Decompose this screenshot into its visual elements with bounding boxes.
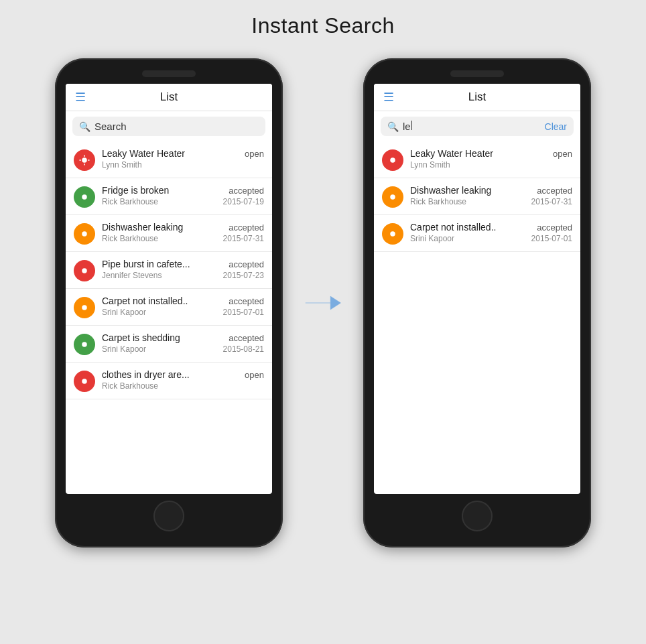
phone-home-area-right bbox=[374, 494, 580, 535]
svg-point-8 bbox=[390, 194, 395, 200]
home-button-left[interactable] bbox=[153, 501, 184, 531]
item-status: open bbox=[245, 149, 264, 159]
list-item[interactable]: Leaky Water Heater open Lynn Smith bbox=[66, 141, 272, 178]
screen-title-left: List bbox=[160, 90, 178, 104]
list-item[interactable]: Pipe burst in cafete... accepted Jennife… bbox=[66, 252, 272, 289]
list-item[interactable]: Dishwasher leaking accepted Rick Barkhou… bbox=[66, 215, 272, 252]
screen-header-right: ☰ List bbox=[374, 84, 580, 111]
item-content: Dishwasher leaking accepted Rick Barkhou… bbox=[102, 222, 264, 243]
item-person: Rick Barkhouse bbox=[410, 197, 466, 206]
list-item[interactable]: Fridge is broken accepted Rick Barkhouse… bbox=[66, 178, 272, 215]
item-date: 2015-08-21 bbox=[223, 344, 264, 354]
svg-point-2 bbox=[82, 231, 87, 237]
search-icon-right: 🔍 bbox=[387, 121, 399, 132]
item-person: Lynn Smith bbox=[102, 160, 142, 170]
item-date: 2015-07-01 bbox=[223, 308, 264, 317]
menu-icon-left[interactable]: ☰ bbox=[75, 91, 86, 103]
item-title: Carpet is shedding bbox=[102, 332, 180, 343]
item-content: Dishwasher leaking accepted Rick Barkhou… bbox=[410, 185, 572, 206]
item-status: accepted bbox=[229, 259, 264, 269]
phone-speaker-left bbox=[142, 70, 196, 77]
item-person: Jennifer Stevens bbox=[102, 271, 162, 280]
svg-point-7 bbox=[390, 157, 395, 163]
item-title: Leaky Water Heater bbox=[102, 148, 185, 159]
item-status: accepted bbox=[229, 296, 264, 306]
item-title: Carpet not installed.. bbox=[102, 296, 188, 306]
item-date: 2015-07-31 bbox=[531, 197, 572, 206]
menu-icon-right[interactable]: ☰ bbox=[383, 91, 394, 103]
item-date: 2015-07-23 bbox=[223, 271, 264, 280]
item-person: Rick Barkhouse bbox=[102, 197, 158, 206]
phone-right: ☰ List 🔍 le Clear Leaky Water Heat bbox=[363, 58, 591, 548]
item-content: clothes in dryer are... open Rick Barkho… bbox=[102, 369, 264, 391]
phone-screen-right: ☰ List 🔍 le Clear Leaky Water Heat bbox=[374, 84, 580, 494]
item-content: Carpet not installed.. accepted Srini Ka… bbox=[102, 296, 264, 317]
list-item[interactable]: Carpet not installed.. accepted Srini Ka… bbox=[374, 215, 580, 252]
list-right: Leaky Water Heater open Lynn Smith bbox=[374, 141, 580, 494]
item-title: Fridge is broken bbox=[102, 185, 169, 196]
item-status: accepted bbox=[537, 186, 572, 196]
item-date: 2015-07-31 bbox=[223, 234, 264, 243]
item-status: open bbox=[245, 370, 264, 380]
list-item[interactable]: clothes in dryer are... open Rick Barkho… bbox=[66, 363, 272, 399]
phones-row: ☰ List 🔍 Search Leaky Water Heater bbox=[55, 58, 591, 548]
item-title: Dishwasher leaking bbox=[102, 222, 183, 233]
item-title: Carpet not installed.. bbox=[410, 222, 496, 233]
phone-left: ☰ List 🔍 Search Leaky Water Heater bbox=[55, 58, 283, 548]
status-icon-green bbox=[74, 186, 95, 208]
phone-home-area-left bbox=[66, 494, 272, 535]
svg-point-6 bbox=[82, 379, 87, 384]
list-item[interactable]: Carpet is shedding accepted Srini Kapoor… bbox=[66, 326, 272, 363]
svg-point-1 bbox=[82, 194, 87, 200]
item-date: 2015-07-19 bbox=[223, 197, 264, 206]
item-person: Srini Kapoor bbox=[102, 308, 146, 317]
page-title: Instant Search bbox=[251, 13, 394, 38]
status-icon-orange bbox=[74, 297, 95, 318]
arrow-icon bbox=[303, 286, 343, 320]
status-icon-orange bbox=[382, 223, 403, 245]
status-icon-red bbox=[382, 149, 403, 171]
status-icon-red bbox=[74, 149, 95, 171]
item-content: Carpet not installed.. accepted Srini Ka… bbox=[410, 222, 572, 243]
item-status: open bbox=[553, 149, 572, 159]
search-input-left[interactable]: Search bbox=[94, 121, 259, 132]
status-icon-red bbox=[74, 260, 95, 281]
list-item[interactable]: Leaky Water Heater open Lynn Smith bbox=[374, 141, 580, 178]
screen-header-left: ☰ List bbox=[66, 84, 272, 111]
item-person: Srini Kapoor bbox=[410, 234, 454, 243]
status-icon-red bbox=[74, 371, 95, 392]
search-input-right[interactable]: le bbox=[403, 121, 541, 132]
svg-point-9 bbox=[390, 231, 395, 237]
item-title: Dishwasher leaking bbox=[410, 185, 491, 196]
phone-screen-left: ☰ List 🔍 Search Leaky Water Heater bbox=[66, 84, 272, 494]
screen-title-right: List bbox=[468, 90, 486, 104]
search-bar-right[interactable]: 🔍 le Clear bbox=[381, 117, 574, 136]
search-icon-left: 🔍 bbox=[79, 121, 90, 132]
svg-point-4 bbox=[82, 305, 87, 310]
list-item[interactable]: Dishwasher leaking accepted Rick Barkhou… bbox=[374, 178, 580, 215]
item-content: Fridge is broken accepted Rick Barkhouse… bbox=[102, 185, 264, 206]
item-date: 2015-07-01 bbox=[531, 234, 572, 243]
status-icon-orange bbox=[74, 223, 95, 245]
item-person: Srini Kapoor bbox=[102, 344, 146, 354]
item-status: accepted bbox=[229, 333, 264, 343]
item-person: Lynn Smith bbox=[410, 160, 450, 170]
list-left: Leaky Water Heater open Lynn Smith bbox=[66, 141, 272, 494]
clear-button[interactable]: Clear bbox=[545, 121, 567, 132]
item-content: Carpet is shedding accepted Srini Kapoor… bbox=[102, 332, 264, 354]
item-status: accepted bbox=[537, 222, 572, 233]
item-content: Leaky Water Heater open Lynn Smith bbox=[102, 148, 264, 170]
list-item[interactable]: Carpet not installed.. accepted Srini Ka… bbox=[66, 289, 272, 326]
item-title: Pipe burst in cafete... bbox=[102, 259, 190, 269]
item-status: accepted bbox=[229, 222, 264, 233]
item-title: Leaky Water Heater bbox=[410, 148, 493, 159]
home-button-right[interactable] bbox=[462, 501, 493, 531]
item-person: Rick Barkhouse bbox=[102, 234, 158, 243]
status-icon-orange bbox=[382, 186, 403, 208]
svg-point-3 bbox=[82, 268, 87, 273]
svg-point-0 bbox=[82, 157, 87, 163]
svg-point-5 bbox=[82, 342, 87, 347]
phone-speaker-right bbox=[450, 70, 504, 77]
item-content: Leaky Water Heater open Lynn Smith bbox=[410, 148, 572, 170]
search-bar-left[interactable]: 🔍 Search bbox=[72, 117, 265, 136]
